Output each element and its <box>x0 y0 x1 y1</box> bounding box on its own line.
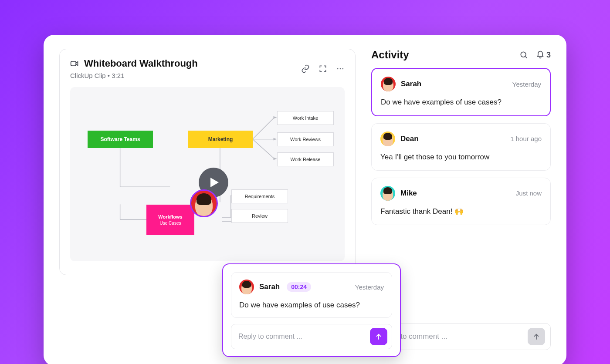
popup-comment-body: Do we have examples of use cases? <box>239 300 384 310</box>
comment-avatar <box>380 131 395 146</box>
popup-timestamp-badge[interactable]: 00:24 <box>287 282 311 292</box>
clip-duration: 3:21 <box>112 72 124 79</box>
svg-marker-6 <box>273 157 277 160</box>
clip-source: ClickUp Clip <box>70 72 106 79</box>
popup-relative-time: Yesterday <box>355 283 384 291</box>
popup-send-button[interactable] <box>370 328 387 345</box>
comment-time: 1 hour ago <box>510 135 542 142</box>
node-work-release[interactable]: Work Release <box>277 152 334 166</box>
play-icon <box>209 177 220 188</box>
clip-panel: Whiteboard Walkthrough ClickUp Clip • 3:… <box>59 49 356 275</box>
clip-header: Whiteboard Walkthrough ClickUp Clip • 3:… <box>70 58 345 79</box>
activity-send-button[interactable] <box>528 328 545 345</box>
activity-comment[interactable]: Dean 1 hour ago Yea I'll get those to yo… <box>371 123 551 171</box>
arrow-up-icon <box>532 333 540 340</box>
notifications-button[interactable]: 3 <box>536 51 551 60</box>
node-review[interactable]: Review <box>231 209 288 223</box>
svg-point-3 <box>342 68 344 69</box>
clip-title: Whiteboard Walkthrough <box>84 58 198 69</box>
comment-avatar <box>381 77 396 91</box>
inline-comment-popup: Sarah 00:24 Yesterday Do we have example… <box>222 263 401 357</box>
node-workflows[interactable]: Workflows Use Cases <box>146 205 194 235</box>
activity-header: Activity 3 <box>371 49 551 61</box>
arrow-up-icon <box>375 333 383 340</box>
clip-subtitle: ClickUp Clip • 3:21 <box>70 72 198 79</box>
node-requirements[interactable]: Requirements <box>231 189 288 203</box>
node-software-teams[interactable]: Software Teams <box>88 131 153 148</box>
comment-time: Yesterday <box>512 81 541 88</box>
popup-reply-input[interactable] <box>238 333 370 340</box>
comment-author: Dean <box>400 135 419 143</box>
node-work-intake[interactable]: Work Intake <box>277 111 334 125</box>
svg-marker-5 <box>273 138 277 141</box>
activity-comment[interactable]: Mike Just now Fantastic thank Dean! 🙌 <box>371 178 551 225</box>
svg-marker-9 <box>210 178 219 187</box>
search-icon[interactable] <box>519 51 528 59</box>
node-workflows-sub: Use Cases <box>160 220 181 226</box>
bell-icon <box>536 51 545 59</box>
activity-comment[interactable]: Sarah Yesterday Do we have examples of u… <box>371 68 551 116</box>
presenter-avatar[interactable] <box>190 189 218 217</box>
video-icon <box>70 59 79 68</box>
node-workflows-title: Workflows <box>158 214 182 220</box>
comment-avatar <box>380 186 395 201</box>
popup-author: Sarah <box>259 283 280 291</box>
app-card: Whiteboard Walkthrough ClickUp Clip • 3:… <box>44 35 566 364</box>
svg-point-1 <box>337 68 339 69</box>
comment-author: Mike <box>400 189 417 198</box>
node-work-reviews[interactable]: Work Reviews <box>277 132 334 146</box>
expand-icon[interactable] <box>319 64 327 73</box>
activity-reply-input[interactable] <box>380 332 528 341</box>
activity-comment-list: Sarah Yesterday Do we have examples of u… <box>371 68 551 225</box>
whiteboard-canvas[interactable]: Software Teams Marketing Workflows Use C… <box>70 87 345 261</box>
clip-actions <box>301 64 345 73</box>
comment-time: Just now <box>516 189 542 197</box>
svg-marker-4 <box>273 116 277 119</box>
comment-body: Fantastic thank Dean! 🙌 <box>380 207 542 217</box>
popup-avatar <box>239 280 254 294</box>
svg-rect-0 <box>71 61 76 66</box>
comment-author: Sarah <box>401 80 421 88</box>
popup-reply-row <box>231 324 392 349</box>
comment-body: Do we have examples of use cases? <box>381 98 541 108</box>
svg-point-10 <box>521 52 526 57</box>
more-icon[interactable] <box>336 64 345 73</box>
link-icon[interactable] <box>301 64 310 73</box>
popup-comment-card: Sarah 00:24 Yesterday Do we have example… <box>231 272 392 318</box>
notification-count: 3 <box>546 51 551 60</box>
comment-body: Yea I'll get those to you tomorrow <box>380 152 542 162</box>
node-marketing[interactable]: Marketing <box>188 131 253 148</box>
svg-point-2 <box>340 68 341 69</box>
activity-title: Activity <box>371 49 409 61</box>
